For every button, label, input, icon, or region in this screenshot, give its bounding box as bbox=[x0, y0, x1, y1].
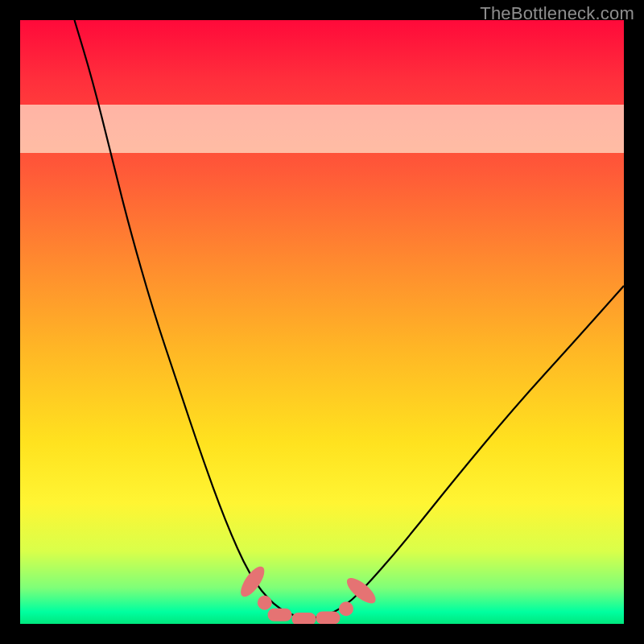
curve-marker bbox=[343, 574, 379, 608]
curve-marker bbox=[316, 612, 341, 625]
curve-marker bbox=[258, 596, 272, 610]
chart-frame: TheBottleneck.com bbox=[0, 0, 644, 644]
plot-area bbox=[20, 20, 624, 624]
curve-markers bbox=[237, 563, 380, 624]
curve-marker bbox=[339, 601, 353, 616]
bottleneck-curve bbox=[75, 20, 625, 618]
curve-marker bbox=[237, 563, 269, 600]
chart-lines bbox=[20, 20, 624, 624]
highlight-band bbox=[20, 105, 624, 153]
curve-marker bbox=[268, 609, 292, 621]
curve-marker bbox=[292, 613, 316, 624]
